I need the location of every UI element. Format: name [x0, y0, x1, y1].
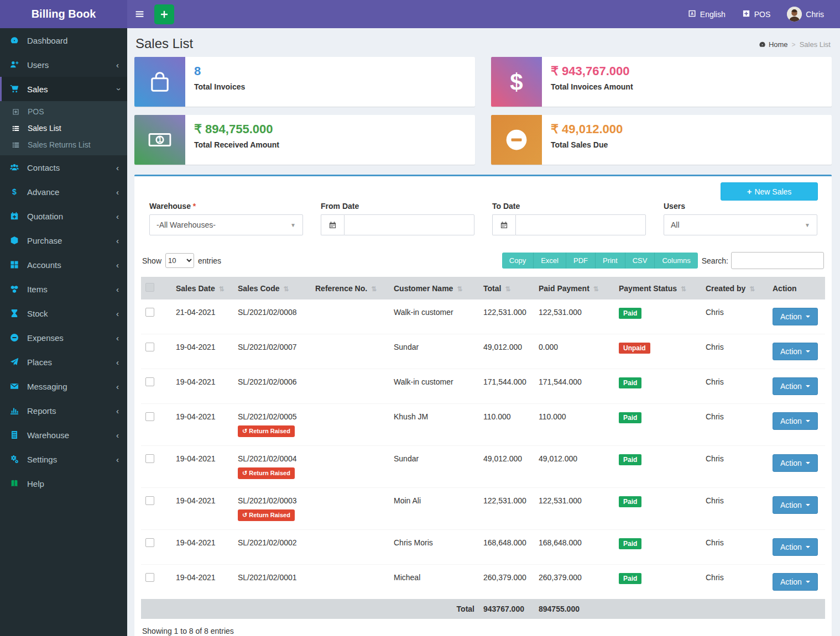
- action-dropdown-button[interactable]: Action: [773, 573, 818, 591]
- sort-icon[interactable]: ⇅: [593, 285, 599, 293]
- sidebar-item-label: Accounts: [27, 260, 61, 270]
- sidebar-item-places[interactable]: Places‹: [0, 350, 127, 374]
- excel-export-button[interactable]: Excel: [534, 253, 566, 269]
- sidebar-subitem-label: Sales Returns List: [28, 140, 91, 149]
- pos-link[interactable]: POS: [734, 0, 779, 28]
- created-by-cell: Chris: [701, 299, 768, 334]
- column-header-reference-no[interactable]: Reference No.⇅: [311, 277, 389, 299]
- return-icon: ↺: [242, 470, 247, 476]
- new-sales-button[interactable]: +New Sales: [721, 182, 818, 201]
- sidebar-item-settings[interactable]: Settings‹: [0, 447, 127, 471]
- sidebar-item-warehouse[interactable]: Warehouse‹: [0, 423, 127, 447]
- dollar-sign-icon: $: [491, 57, 542, 107]
- csv-export-button[interactable]: CSV: [625, 253, 655, 269]
- sidebar-item-contacts[interactable]: Contacts‹: [0, 155, 127, 180]
- page-size-select[interactable]: 10: [165, 253, 194, 268]
- app-logo[interactable]: Billing Book: [0, 0, 127, 28]
- sort-icon[interactable]: ⇅: [749, 285, 755, 293]
- users-select[interactable]: All ▼: [664, 214, 817, 235]
- action-dropdown-button[interactable]: Action: [773, 308, 818, 325]
- created-by-cell: Chris: [701, 369, 768, 404]
- sidebar-item-quotation[interactable]: Quotation‹: [0, 204, 127, 228]
- column-header-total[interactable]: Total⇅: [479, 277, 534, 299]
- sort-icon[interactable]: ⇅: [371, 285, 377, 293]
- list-icon: [12, 141, 23, 149]
- sidebar-item-stock[interactable]: Stock‹: [0, 301, 127, 325]
- grid-icon: [10, 260, 22, 269]
- sidebar-subitem-sales-returns-list[interactable]: Sales Returns List: [0, 136, 127, 153]
- select-all-header: [141, 277, 171, 299]
- to-date-input[interactable]: [515, 214, 646, 235]
- search-input[interactable]: [731, 252, 824, 269]
- row-checkbox[interactable]: [145, 538, 154, 547]
- sort-icon[interactable]: ⇅: [219, 285, 225, 293]
- from-date-label: From Date: [321, 202, 474, 211]
- column-header-customer-name[interactable]: Customer Name⇅: [389, 277, 479, 299]
- sidebar-item-dashboard[interactable]: Dashboard: [0, 28, 127, 52]
- from-date-input[interactable]: [344, 214, 474, 235]
- sort-icon[interactable]: ⇅: [283, 285, 289, 293]
- row-checkbox[interactable]: [145, 412, 154, 421]
- reference-no-cell: [311, 446, 389, 488]
- payment-status-badge: Paid: [619, 538, 641, 549]
- stat-card-total-invoices: 8Total Invoices: [134, 57, 475, 107]
- sidebar-item-sales[interactable]: Sales‹: [0, 77, 127, 101]
- action-dropdown-button[interactable]: Action: [773, 343, 818, 360]
- row-checkbox[interactable]: [145, 377, 154, 386]
- sidebar-item-expenses[interactable]: Expenses‹: [0, 325, 127, 350]
- copy-export-button[interactable]: Copy: [502, 253, 534, 269]
- language-menu[interactable]: A English: [680, 0, 734, 28]
- sidebar-item-accounts[interactable]: Accounts‹: [0, 253, 127, 277]
- action-dropdown-button[interactable]: Action: [773, 377, 818, 395]
- sidebar-item-reports[interactable]: Reports‹: [0, 398, 127, 423]
- sidebar-subitem-sales-list[interactable]: Sales List: [0, 120, 127, 136]
- username-label: Chris: [806, 10, 824, 19]
- sort-icon[interactable]: ⇅: [457, 285, 462, 293]
- reference-no-cell: [311, 565, 389, 600]
- row-checkbox[interactable]: [145, 573, 154, 582]
- payment-status-badge: Paid: [619, 412, 641, 423]
- action-dropdown-button[interactable]: Action: [773, 538, 818, 556]
- caret-down-icon: [806, 420, 810, 422]
- print-export-button[interactable]: Print: [596, 253, 625, 269]
- row-checkbox[interactable]: [145, 454, 154, 463]
- created-by-cell: Chris: [701, 404, 768, 446]
- row-checkbox[interactable]: [145, 496, 154, 505]
- warehouse-select[interactable]: -All Warehouses- ▼: [149, 214, 303, 235]
- sort-icon[interactable]: ⇅: [505, 285, 510, 293]
- cube-icon: [10, 236, 22, 245]
- sidebar-item-users[interactable]: Users‹: [0, 52, 127, 77]
- reference-no-cell: [311, 488, 389, 530]
- action-dropdown-button[interactable]: Action: [773, 454, 818, 472]
- sidebar-item-items[interactable]: Items‹: [0, 277, 127, 301]
- sidebar-item-purchase[interactable]: Purchase‹: [0, 228, 127, 253]
- chevron-icon: ‹: [116, 260, 119, 270]
- column-header-sales-code[interactable]: Sales Code⇅: [233, 277, 311, 299]
- column-header-sales-date[interactable]: Sales Date⇅: [171, 277, 233, 299]
- quick-add-button[interactable]: [154, 4, 174, 24]
- sidebar-subitem-pos[interactable]: POS: [0, 103, 127, 120]
- column-header-payment-status[interactable]: Payment Status⇅: [614, 277, 701, 299]
- user-menu[interactable]: Chris: [779, 0, 832, 28]
- hourglass-icon: [10, 309, 22, 318]
- select-all-checkbox[interactable]: [145, 283, 154, 292]
- action-dropdown-button[interactable]: Action: [773, 412, 818, 430]
- sidebar-item-advance[interactable]: $Advance‹: [0, 180, 127, 204]
- pdf-export-button[interactable]: PDF: [566, 253, 596, 269]
- column-header-paid-payment[interactable]: Paid Payment⇅: [534, 277, 614, 299]
- action-dropdown-button[interactable]: Action: [773, 496, 818, 514]
- sidebar-item-messaging[interactable]: Messaging‹: [0, 374, 127, 398]
- sidebar-item-label: Quotation: [27, 212, 63, 221]
- column-header-created-by[interactable]: Created by⇅: [701, 277, 768, 299]
- sort-icon[interactable]: ⇅: [681, 285, 686, 293]
- breadcrumb-separator: >: [792, 41, 796, 49]
- paper-plane-icon: [10, 358, 22, 366]
- sidebar-item-help[interactable]: Help: [0, 471, 127, 496]
- columns-export-button[interactable]: Columns: [655, 253, 697, 269]
- sidebar-item-label: Places: [27, 358, 52, 367]
- row-checkbox[interactable]: [145, 308, 154, 317]
- column-header-action[interactable]: Action: [768, 277, 825, 299]
- sidebar-toggle-button[interactable]: [127, 0, 152, 28]
- row-checkbox[interactable]: [145, 343, 154, 351]
- breadcrumb-home-link[interactable]: Home: [759, 40, 788, 49]
